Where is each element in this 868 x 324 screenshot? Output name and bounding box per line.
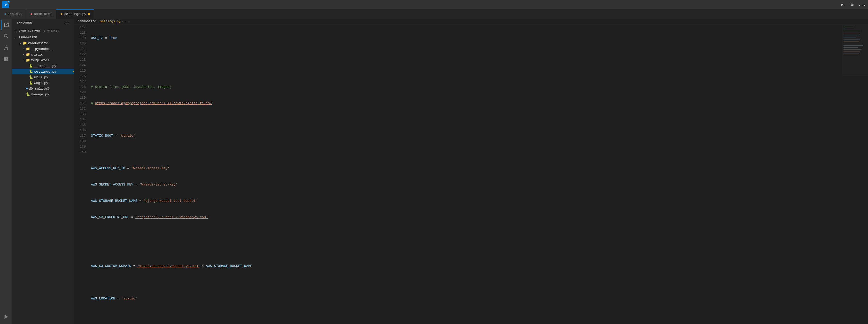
tree-label-wsgi-py: wsgi.py — [34, 81, 74, 85]
code-line-121: # https://docs.djangoproject.com/en/1.11… — [91, 100, 840, 106]
open-editors-section: › OPEN EDITORS 1 UNSAVED — [12, 26, 74, 34]
sidebar-header-icons: ··· — [64, 21, 70, 24]
tree-label-templates: templates — [31, 58, 74, 62]
tree-label-init-py: __init__.py — [34, 64, 74, 68]
code-line-131: AWS_S3_CUSTOM_DOMAIN = '%s.s3.us-east-2.… — [91, 263, 840, 269]
code-line-133: AWS_LOCATION = 'static' — [91, 296, 840, 301]
more-icon[interactable]: ... — [858, 1, 866, 8]
templates-folder-icon: 📁 — [26, 58, 30, 62]
app-badge: 1 — [7, 0, 10, 4]
static-folder-icon: 📁 — [26, 53, 30, 57]
code-line-123: STATIC_ROOT = 'static' — [91, 133, 840, 139]
main-layout: EXPLORER ··· › OPEN EDITORS 1 UNSAVED ⌄ … — [0, 19, 868, 324]
svg-rect-20 — [842, 25, 868, 76]
sidebar-content: › OPEN EDITORS 1 UNSAVED ⌄ RANDOMSITE ⌄ … — [12, 26, 74, 324]
run-icon[interactable]: ▶ — [839, 1, 846, 8]
code-line-129 — [91, 231, 840, 236]
code-line-122 — [91, 117, 840, 122]
svg-rect-4 — [6, 57, 8, 59]
title-bar-right: ▶ ⊡ ... — [839, 1, 866, 8]
settings-modified-dot: ● — [72, 70, 74, 73]
app-icon: ❖ 1 — [2, 1, 9, 8]
svg-rect-3 — [4, 57, 6, 59]
tree-item-randomsite[interactable]: ⌄ 📁 randomsite — [12, 40, 74, 46]
tabs-bar: ● app.css ◆ home.html ● settings.py — [0, 9, 868, 19]
code-line-128: AWS_S3_ENDPOINT_URL = 'https://s3.us-eas… — [91, 214, 840, 220]
code-line-118 — [91, 52, 840, 57]
tab-home-html[interactable]: ◆ home.html — [26, 9, 56, 19]
tree-item-templates[interactable]: › 📁 templates — [12, 57, 74, 63]
sidebar-title: EXPLORER — [17, 21, 32, 24]
tab-settings-py[interactable]: ● settings.py — [56, 9, 94, 19]
randomsite-root-label: RANDOMSITE — [19, 36, 37, 39]
manage-py-icon: 🐍 — [26, 92, 30, 96]
breadcrumb-settings-py: settings.py — [100, 20, 120, 23]
sidebar-section-randomsite[interactable]: ⌄ RANDOMSITE — [12, 35, 74, 40]
folder-chevron-right: › — [22, 48, 25, 50]
title-bar-left: ❖ 1 — [2, 1, 9, 8]
tab-icon-html: ◆ — [30, 12, 32, 16]
code-line-125: AWS_ACCESS_KEY_ID = 'Wasabi-Access-Key' — [91, 166, 840, 171]
tree-label-manage-py: manage.py — [31, 92, 74, 96]
tree-item-db-sqlite3[interactable]: ≡ db.sqlite3 — [12, 86, 74, 91]
editor-area: randomsite › settings.py › ... 117 118 1… — [74, 19, 868, 324]
breadcrumb-ellipsis: ... — [125, 20, 130, 23]
activity-item-search[interactable] — [1, 31, 11, 41]
tree-item-wsgi-py[interactable]: 🐍 wsgi.py — [12, 80, 74, 86]
tree-item-static[interactable]: › 📁 static — [12, 52, 74, 57]
templates-chevron-right: › — [22, 59, 25, 62]
more-options-icon[interactable]: ··· — [64, 21, 70, 24]
activity-item-explorer[interactable] — [1, 20, 11, 30]
code-line-117: USE_TZ = True — [91, 35, 840, 41]
pycache-folder-icon: 📁 — [26, 47, 30, 51]
folder-icon: 📁 — [23, 41, 27, 45]
activity-item-test[interactable] — [1, 312, 11, 322]
tab-icon-py: ● — [60, 12, 63, 16]
sidebar: EXPLORER ··· › OPEN EDITORS 1 UNSAVED ⌄ … — [12, 19, 74, 324]
open-editors-header[interactable]: › OPEN EDITORS 1 UNSAVED — [12, 28, 74, 34]
tree-item-pycache[interactable]: › 📁 __pycache__ — [12, 46, 74, 52]
tab-label-app-css: app.css — [8, 12, 22, 16]
settings-py-icon: 🐍 — [29, 69, 33, 73]
breadcrumb-sep-1: › — [97, 20, 99, 23]
activity-item-source-control[interactable] — [1, 42, 11, 53]
code-line-126: AWS_SECRET_ACCESS_KEY = 'Wasabi-Secret-K… — [91, 182, 840, 187]
activity-item-extensions[interactable] — [1, 54, 11, 64]
init-py-icon: 🐍 — [29, 64, 33, 68]
code-content[interactable]: USE_TZ = True # Static files (CSS, JavaS… — [89, 25, 842, 324]
tree-label-db-sqlite3: db.sqlite3 — [29, 87, 74, 91]
code-line-124 — [91, 149, 840, 155]
tab-label-home-html: home.html — [34, 12, 52, 16]
breadcrumb-randomsite: randomsite — [78, 20, 96, 23]
chevron-right-icon: › — [14, 29, 18, 32]
code-line-132 — [91, 279, 840, 285]
static-chevron-right: › — [22, 53, 25, 56]
file-tree: ⌄ RANDOMSITE ⌄ 📁 randomsite › 📁 __pycach… — [12, 34, 74, 98]
tree-label-settings-py: settings.py — [34, 70, 71, 73]
tree-label-pycache: __pycache__ — [31, 47, 74, 51]
code-editor: 117 118 119 120 121 122 123 124 125 126 … — [74, 25, 868, 324]
svg-point-2 — [7, 49, 8, 50]
tree-item-urls-py[interactable]: 🐍 urls.py — [12, 75, 74, 80]
folder-chevron-down: ⌄ — [19, 41, 22, 45]
layout-icon[interactable]: ⊡ — [848, 1, 856, 8]
breadcrumb: randomsite › settings.py › ... — [74, 19, 868, 25]
urls-py-icon: 🐍 — [29, 75, 33, 79]
tree-label-randomsite: randomsite — [28, 41, 74, 45]
line-numbers: 117 118 119 120 121 122 123 124 125 126 … — [74, 25, 89, 324]
tree-item-init-py[interactable]: 🐍 __init__.py — [12, 63, 74, 69]
tree-item-manage-py[interactable]: 🐍 manage.py — [12, 91, 74, 97]
svg-rect-6 — [6, 59, 8, 61]
sidebar-header: EXPLORER ··· — [12, 19, 74, 26]
db-icon: ≡ — [26, 87, 28, 91]
tab-label-settings-py: settings.py — [64, 12, 86, 16]
tree-label-urls-py: urls.py — [34, 76, 74, 79]
unsaved-badge: 1 UNSAVED — [44, 29, 59, 32]
tree-item-settings-py[interactable]: 🐍 settings.py ● — [12, 69, 74, 75]
tab-modified-dot — [88, 13, 90, 15]
code-line-134 — [91, 312, 840, 318]
minimap — [842, 25, 868, 324]
activity-bar — [0, 19, 12, 324]
code-line-119 — [91, 68, 840, 73]
tab-app-css[interactable]: ● app.css — [0, 9, 26, 19]
